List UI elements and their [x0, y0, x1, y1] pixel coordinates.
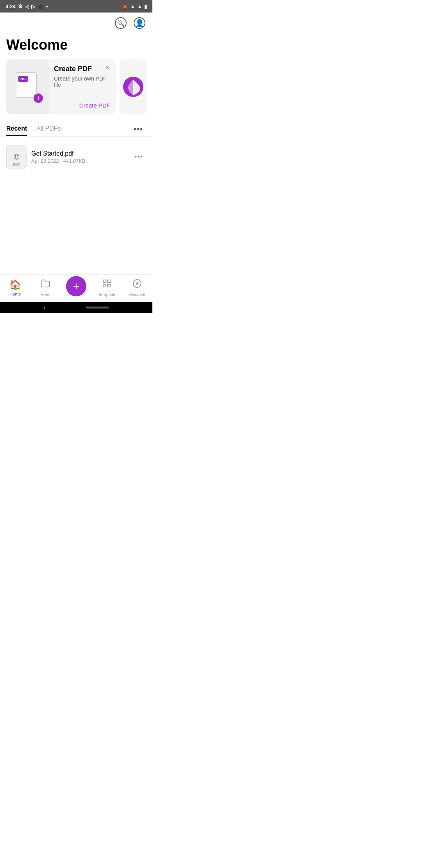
- tabs-more-button[interactable]: •••: [131, 123, 146, 135]
- discover-icon: [132, 279, 142, 291]
- file-more-button[interactable]: •••: [131, 151, 146, 163]
- close-button[interactable]: ×: [103, 63, 112, 72]
- nav-template-label: Template: [98, 292, 116, 297]
- wifi-icon: ▲: [130, 4, 135, 9]
- nav-files-label: Files: [41, 292, 50, 297]
- file-logo-icon: ©: [14, 152, 20, 161]
- dot-icon: •: [46, 4, 48, 9]
- location-off-icon: ◁: [25, 4, 29, 9]
- plus-add-icon: +: [73, 281, 79, 292]
- pdf-create-icon: PDF +: [16, 72, 40, 101]
- pdf-label: PDF: [18, 76, 28, 82]
- gear-icon: ⚙: [18, 4, 23, 9]
- file-name: Get Started.pdf: [31, 150, 127, 157]
- cards-row: PDF + × Create PDF Create your own PDF f…: [0, 59, 152, 114]
- table-row[interactable]: © PDF Get Started.pdf Apr 28,2022 · 441.…: [6, 140, 146, 173]
- file-meta: Apr 28,2022 · 441.87KB: [31, 158, 127, 164]
- file-list: © PDF Get Started.pdf Apr 28,2022 · 441.…: [0, 136, 152, 177]
- status-left: 4:24 ⚙ ◁ ▷ ⚫ •: [5, 4, 48, 9]
- svg-marker-6: [136, 282, 139, 285]
- nav-discover[interactable]: Discover: [125, 279, 149, 297]
- nav-home-label: Home: [9, 292, 21, 296]
- tab-all-pdfs[interactable]: All PDFs: [36, 122, 61, 136]
- nav-home[interactable]: 🏠 Home: [4, 279, 27, 296]
- add-button[interactable]: +: [66, 276, 86, 296]
- gesture-pill: [86, 307, 109, 308]
- signal-icon: ▲: [137, 4, 142, 9]
- status-time: 4:24: [5, 4, 16, 9]
- home-icon: 🏠: [9, 279, 21, 290]
- template-icon: [102, 279, 111, 291]
- svg-rect-2: [107, 280, 110, 283]
- card-icon-area: PDF +: [6, 59, 49, 114]
- page-title: Welcome: [0, 34, 152, 59]
- nav-add[interactable]: +: [64, 276, 88, 299]
- file-info: Get Started.pdf Apr 28,2022 · 441.87KB: [31, 150, 127, 164]
- search-button[interactable]: 🔍: [114, 16, 127, 30]
- svg-rect-4: [107, 284, 110, 287]
- gesture-bar: ‹: [0, 302, 152, 313]
- avatar-icon: 👤: [134, 17, 145, 29]
- partial-card: [120, 59, 147, 114]
- nav-files[interactable]: Files: [34, 279, 57, 297]
- files-icon: [41, 279, 50, 291]
- tab-recent[interactable]: Recent: [6, 122, 27, 136]
- svg-rect-3: [103, 284, 106, 287]
- search-icon: 🔍: [115, 17, 127, 29]
- tabs-bar: Recent All PDFs •••: [0, 114, 152, 136]
- status-bar: 4:24 ⚙ ◁ ▷ ⚫ • 🔕 ▲ ▲ ▮: [0, 0, 152, 13]
- file-thumbnail: © PDF: [6, 145, 27, 169]
- nav-template[interactable]: Template: [95, 279, 118, 297]
- send-icon: ▷: [31, 4, 35, 9]
- partial-logo: [123, 77, 143, 97]
- whatsapp-icon: ⚫: [38, 4, 44, 9]
- card-title: Create PDF: [54, 65, 110, 73]
- battery-icon: ▮: [144, 4, 147, 9]
- card-content: × Create PDF Create your own PDF file Cr…: [49, 59, 116, 114]
- top-bar: 🔍 👤: [0, 13, 152, 34]
- card-description: Create your own PDF file: [54, 75, 110, 88]
- create-pdf-card: PDF + × Create PDF Create your own PDF f…: [6, 59, 116, 114]
- svg-rect-1: [103, 280, 106, 283]
- nav-discover-label: Discover: [129, 292, 146, 297]
- status-right: 🔕 ▲ ▲ ▮: [122, 4, 147, 9]
- create-pdf-button[interactable]: Create PDF: [54, 102, 110, 109]
- plus-icon: +: [33, 93, 44, 104]
- file-ext-label: PDF: [13, 163, 20, 167]
- bottom-nav: 🏠 Home Files + Template: [0, 274, 152, 302]
- mute-icon: 🔕: [122, 4, 128, 9]
- tabs-left: Recent All PDFs: [6, 122, 70, 136]
- profile-button[interactable]: 👤: [133, 16, 146, 30]
- back-button[interactable]: ‹: [43, 303, 46, 312]
